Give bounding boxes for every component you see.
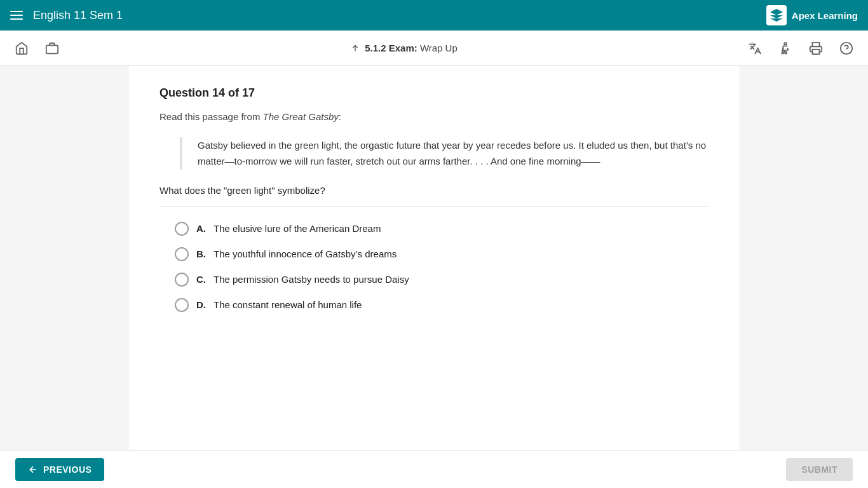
breadcrumb: 5.1.2 Exam: Wrap Up [349, 43, 458, 54]
option-d-text: The constant renewal of human life [214, 299, 362, 310]
question-header: Question 14 of 17 [159, 86, 709, 100]
portfolio-button[interactable] [41, 37, 64, 60]
submit-button[interactable]: SUBMIT [786, 458, 853, 481]
option-a-letter: A. [196, 223, 206, 234]
radio-a[interactable] [175, 222, 189, 236]
course-title: English 11 Sem 1 [33, 9, 123, 22]
svg-rect-3 [812, 49, 819, 53]
main-content: Question 14 of 17 Read this passage from… [129, 66, 739, 488]
accessibility-button[interactable] [774, 37, 797, 60]
help-button[interactable] [835, 37, 858, 60]
option-c-text: The permission Gatsby needs to pursue Da… [214, 274, 409, 285]
translate-button[interactable] [743, 37, 766, 60]
option-d-letter: D. [196, 299, 206, 310]
previous-button[interactable]: PREVIOUS [15, 458, 104, 481]
option-a-text: The elusive lure of the American Dream [214, 223, 381, 234]
option-a[interactable]: A. The elusive lure of the American Drea… [175, 222, 709, 236]
arrow-left-icon [28, 464, 38, 475]
question-intro: Read this passage from The Great Gatsby: [159, 110, 709, 125]
option-c-letter: C. [196, 274, 206, 285]
upload-icon [349, 43, 361, 54]
apex-brand: Apex Learning [766, 5, 858, 25]
book-title: The Great Gatsby [263, 111, 339, 122]
sub-navigation: 5.1.2 Exam: Wrap Up [0, 30, 868, 66]
answer-options: A. The elusive lure of the American Drea… [175, 222, 709, 312]
print-button[interactable] [804, 37, 827, 60]
brand-name: Apex Learning [792, 10, 858, 21]
radio-d[interactable] [175, 298, 189, 312]
svg-rect-0 [46, 45, 58, 53]
top-navigation: English 11 Sem 1 Apex Learning [0, 0, 868, 30]
question-text: What does the "green light" symbolize? [159, 185, 709, 196]
radio-b[interactable] [175, 247, 189, 261]
divider [159, 206, 709, 207]
bottom-bar: PREVIOUS SUBMIT [0, 450, 868, 488]
apex-logo-icon [766, 5, 787, 25]
option-b-text: The youthful innocence of Gatsby’s dream… [214, 248, 397, 259]
option-b[interactable]: B. The youthful innocence of Gatsby’s dr… [175, 247, 709, 261]
option-d[interactable]: D. The constant renewal of human life [175, 298, 709, 312]
svg-point-2 [784, 42, 787, 44]
passage-text: Gatsby believed in the green light, the … [180, 137, 709, 170]
home-button[interactable] [10, 37, 33, 60]
breadcrumb-label: 5.1.2 Exam: Wrap Up [365, 43, 458, 53]
menu-button[interactable] [10, 11, 23, 20]
option-b-letter: B. [196, 248, 206, 259]
option-c[interactable]: C. The permission Gatsby needs to pursue… [175, 273, 709, 287]
radio-c[interactable] [175, 273, 189, 287]
